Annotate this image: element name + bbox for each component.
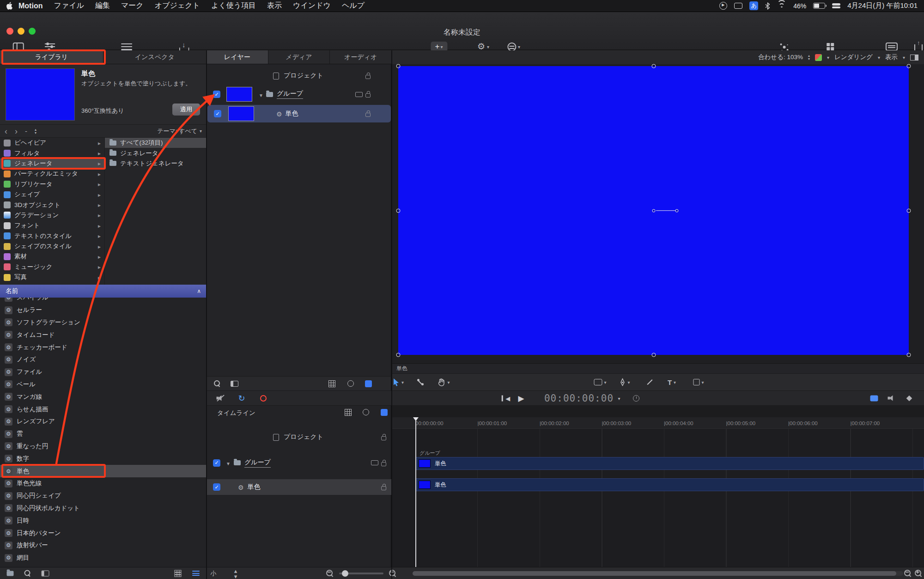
library-category-row[interactable]: シェイプのスタイル [0, 241, 104, 251]
timeline-track-area[interactable]: グループ 単色 単色 [392, 429, 924, 567]
display-icon[interactable] [734, 3, 742, 9]
library-item-row[interactable]: 雲 [0, 428, 207, 440]
library-item-row[interactable]: 重なった円 [0, 440, 207, 453]
sidebar-toggle-button[interactable] [42, 570, 49, 576]
anchor-point-handle[interactable] [652, 209, 655, 212]
solid-checkbox[interactable] [213, 483, 220, 491]
channels-swatch-icon[interactable] [815, 54, 822, 61]
selection-handle[interactable] [907, 64, 911, 68]
solid-label[interactable]: 単色 [248, 483, 261, 491]
panel-divider[interactable] [206, 50, 207, 579]
view-chevron-icon[interactable]: ▾ [903, 55, 905, 60]
lock-icon[interactable] [365, 93, 371, 98]
selection-handle[interactable] [651, 353, 656, 357]
menu-item[interactable]: マーク [116, 1, 149, 11]
library-item-row[interactable]: 放射状バー [0, 539, 207, 552]
bluetooth-icon[interactable] [765, 2, 770, 10]
solid-checkbox[interactable] [214, 110, 221, 117]
selection-handle[interactable] [396, 208, 401, 213]
rendering-chevron-icon[interactable]: ▾ [878, 55, 880, 60]
layers-view-icon[interactable] [365, 380, 372, 387]
selection-handle[interactable] [396, 353, 401, 357]
filter-panel-icon[interactable] [231, 381, 238, 387]
lock-icon[interactable] [381, 462, 386, 466]
previous-frame-button[interactable] [502, 395, 511, 402]
line-tool[interactable] [646, 378, 653, 386]
bezier-tool[interactable]: ▾ [619, 378, 630, 386]
library-item-row[interactable]: ベール [0, 378, 207, 391]
select-tool[interactable]: ▾ [393, 378, 404, 386]
library-item-row[interactable]: マンガ線 [0, 390, 207, 403]
timeline-group-row[interactable]: グループ [207, 455, 392, 470]
menu-item[interactable]: 編集 [90, 1, 116, 11]
lock-icon[interactable] [365, 75, 371, 79]
library-item-row[interactable]: ファイル [0, 366, 207, 378]
library-item-row[interactable]: セルラー [0, 304, 207, 317]
library-category-row[interactable]: 素材 [0, 251, 104, 262]
canvas-viewport[interactable] [392, 64, 924, 363]
menu-item[interactable]: ファイル [48, 1, 90, 11]
lock-icon[interactable] [381, 486, 386, 490]
library-item-row[interactable]: 同心円シェイプ [0, 490, 207, 502]
group-checkbox[interactable] [213, 459, 220, 467]
library-category-row[interactable]: パーティクルエミッタ [0, 169, 104, 179]
forward-button[interactable]: › [15, 127, 18, 135]
zoom-stepper[interactable]: ▴▾ [808, 54, 810, 61]
library-item-row[interactable]: 単色 [0, 465, 207, 477]
film-badge-icon[interactable] [371, 460, 378, 465]
solid-color-object[interactable] [398, 66, 909, 355]
timecode-chevron-icon[interactable]: ▾ [618, 396, 620, 401]
library-category-row[interactable]: ビヘイビア [0, 138, 104, 148]
library-item-row[interactable]: 日時 [0, 514, 207, 527]
library-category-row[interactable]: 3Dオブジェクト [0, 200, 104, 210]
list-view-button[interactable] [192, 570, 200, 577]
wifi-icon[interactable] [777, 2, 786, 9]
lock-icon[interactable] [381, 436, 386, 440]
theme-filter-menu[interactable]: テーマ: すべて ▾ [157, 127, 202, 135]
timeline-zoom-in-icon[interactable] [915, 570, 922, 577]
play-button[interactable] [518, 393, 524, 403]
playback-timer-button[interactable] [633, 395, 639, 402]
tab-inspector[interactable]: インスペクタ [103, 50, 207, 64]
slider-track[interactable] [339, 573, 383, 574]
audio-button[interactable] [888, 395, 897, 402]
name-column-header[interactable]: 名前 ∧ [0, 285, 207, 298]
library-folder-row[interactable]: テキストジェネレータ [105, 158, 207, 169]
solid-layer-row[interactable]: 単色 [207, 105, 391, 122]
library-category-row[interactable]: シェイプ [0, 189, 104, 200]
pan-tool[interactable]: ▾ [437, 378, 450, 386]
disclosure-triangle-icon[interactable] [226, 459, 231, 467]
library-item-row[interactable]: レンズフレア [0, 415, 207, 428]
selection-handle[interactable] [396, 64, 401, 68]
library-item-row[interactable]: らせん描画 [0, 403, 207, 415]
library-folder-row[interactable]: すべて(32項目) [105, 138, 207, 148]
preview-zoom-slider[interactable] [339, 573, 383, 574]
selection-handle[interactable] [907, 208, 911, 213]
library-item-row[interactable]: スパイラル [0, 298, 207, 304]
layers-view-icon[interactable] [381, 409, 388, 416]
selection-handle[interactable] [651, 64, 656, 68]
timeline-project-row[interactable]: プロジェクト [207, 429, 392, 445]
library-category-row[interactable]: ミュージック [0, 262, 104, 272]
joint-tool[interactable] [416, 378, 425, 386]
apple-menu-icon[interactable] [6, 2, 13, 10]
menu-datetime[interactable]: 4月24日(月) 午前10:01 [847, 1, 918, 10]
panel-divider[interactable] [391, 50, 392, 579]
rotation-handle[interactable] [675, 209, 678, 212]
timeline-zoom-out-icon[interactable] [904, 570, 912, 577]
timeline-track-bar[interactable]: 単色 [415, 457, 924, 470]
input-source-icon[interactable]: あ [749, 1, 758, 10]
view-menu[interactable]: 表示 [885, 53, 898, 61]
curves-view-icon[interactable] [363, 409, 369, 415]
library-category-row[interactable]: リプリケータ [0, 179, 104, 189]
disclosure-triangle-icon[interactable] [259, 91, 263, 98]
library-item-row[interactable]: 網目 [0, 552, 207, 564]
library-item-row[interactable]: ノイズ [0, 353, 207, 366]
control-center-icon[interactable] [832, 3, 840, 9]
zoom-out-icon[interactable] [326, 570, 334, 577]
text-tool[interactable]: T▾ [668, 378, 676, 386]
layers-panel-tab[interactable]: レイヤー [207, 50, 268, 64]
library-folder-row[interactable]: ジェネレータ [105, 148, 207, 158]
search-icon[interactable] [214, 380, 221, 387]
menu-item[interactable]: ウインドウ [287, 1, 336, 11]
